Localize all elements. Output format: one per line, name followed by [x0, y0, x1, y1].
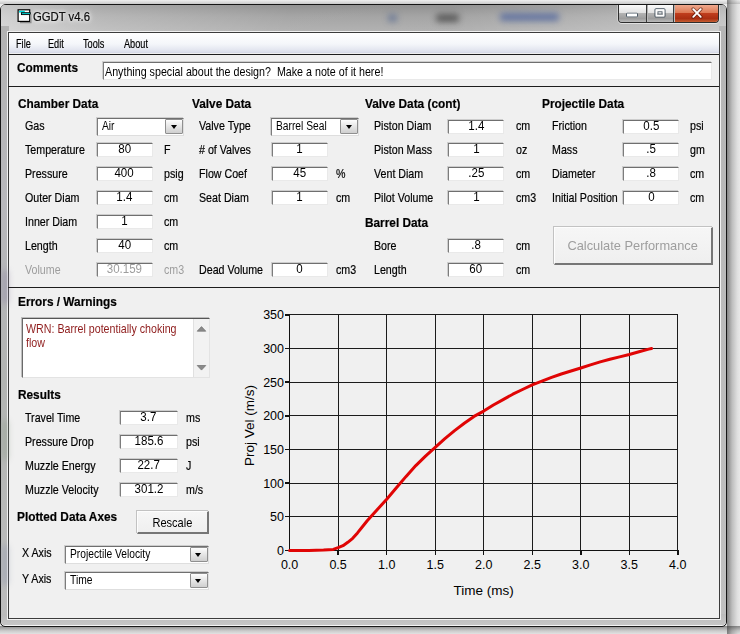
- svg-text:100: 100: [263, 477, 284, 491]
- svg-text:0.5: 0.5: [329, 558, 346, 572]
- svg-text:0.0: 0.0: [281, 558, 298, 572]
- svg-text:3.5: 3.5: [621, 558, 638, 572]
- svg-text:2.0: 2.0: [475, 558, 492, 572]
- svg-text:Proj Vel (m/s): Proj Vel (m/s): [242, 385, 257, 466]
- svg-text:350: 350: [263, 308, 284, 322]
- svg-text:200: 200: [263, 409, 284, 423]
- svg-text:300: 300: [263, 342, 284, 356]
- svg-text:4.0: 4.0: [669, 558, 686, 572]
- svg-text:3.0: 3.0: [572, 558, 589, 572]
- svg-text:1.0: 1.0: [378, 558, 395, 572]
- svg-text:0: 0: [277, 544, 284, 558]
- svg-text:1.5: 1.5: [427, 558, 444, 572]
- svg-text:Time (ms): Time (ms): [454, 583, 514, 598]
- svg-text:50: 50: [270, 510, 284, 524]
- svg-text:250: 250: [263, 376, 284, 390]
- svg-text:150: 150: [263, 443, 284, 457]
- svg-text:2.5: 2.5: [524, 558, 541, 572]
